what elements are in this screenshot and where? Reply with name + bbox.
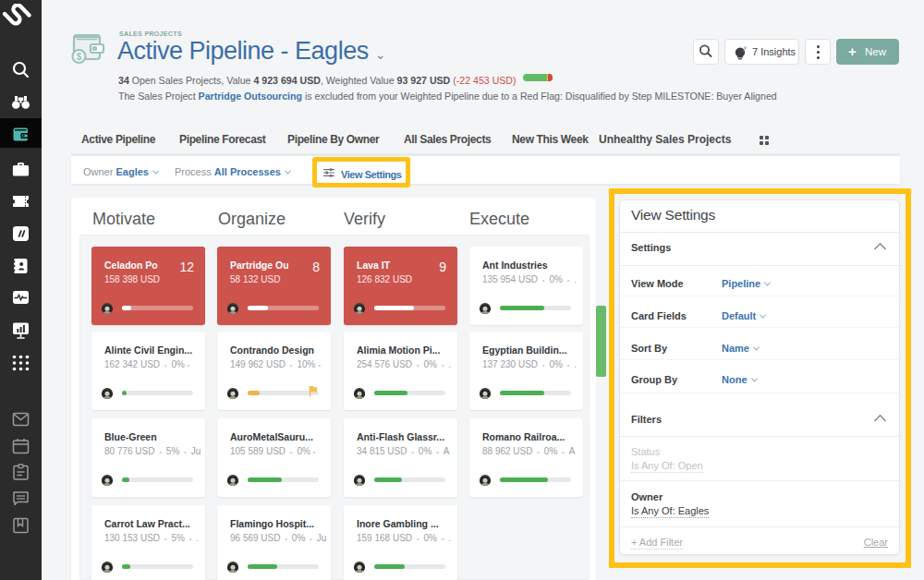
svg-text:$: $: [77, 52, 82, 62]
